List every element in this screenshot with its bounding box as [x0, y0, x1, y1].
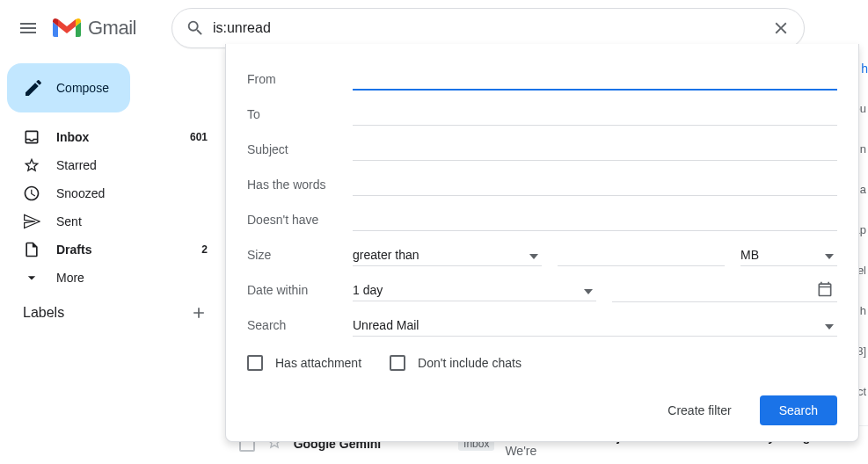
checkbox-row: Has attachment Don't include chats: [247, 343, 837, 380]
chevron-down-icon: [584, 283, 593, 297]
search-bar: [171, 8, 805, 48]
exclude-chats-checkbox[interactable]: Don't include chats: [390, 355, 522, 371]
has-words-input[interactable]: [353, 174, 837, 196]
size-unit-dropdown[interactable]: MB: [740, 244, 837, 266]
nav-count: 2: [201, 243, 208, 256]
close-icon: [771, 18, 791, 38]
file-icon: [23, 241, 40, 258]
to-row: To: [247, 97, 837, 132]
nav-label: Drafts: [56, 243, 91, 257]
chevron-down-icon: [825, 248, 834, 262]
doesnt-have-row: Doesn't have: [247, 202, 837, 237]
sidebar-item-drafts[interactable]: Drafts 2: [0, 236, 218, 264]
exclude-chats-label: Don't include chats: [418, 356, 522, 370]
size-value-input[interactable]: [558, 244, 726, 266]
star-icon: [23, 156, 40, 174]
from-row: From: [247, 62, 837, 97]
date-picker-button[interactable]: [612, 279, 838, 302]
nav-label: Starred: [56, 158, 97, 172]
sidebar: Compose Inbox 601 Starred Snoozed Sent D…: [0, 56, 225, 330]
nav-label: More: [56, 271, 84, 285]
date-range-dropdown[interactable]: 1 day: [353, 279, 596, 301]
search-scope-value: Unread Mail: [353, 318, 419, 332]
sidebar-item-more[interactable]: More: [0, 264, 218, 292]
doesnt-have-input[interactable]: [353, 209, 837, 231]
search-scope-row: Search Unread Mail: [247, 308, 837, 343]
sidebar-item-sent[interactable]: Sent: [0, 207, 218, 236]
size-comparator-value: greater than: [353, 248, 419, 262]
size-comparator-dropdown[interactable]: greater than: [353, 244, 542, 266]
date-row: Date within 1 day: [247, 272, 837, 308]
search-clear-button[interactable]: [763, 11, 799, 46]
doesnt-have-label: Doesn't have: [247, 213, 353, 227]
labels-section-header: Labels: [0, 292, 225, 323]
gmail-text: Gmail: [88, 17, 136, 40]
search-button[interactable]: Search: [760, 395, 837, 425]
size-label: Size: [247, 248, 353, 262]
has-attachment-checkbox[interactable]: Has attachment: [247, 355, 361, 371]
checkbox-icon: [247, 355, 263, 371]
nav-list: Inbox 601 Starred Snoozed Sent Drafts 2 …: [0, 123, 225, 292]
date-range-value: 1 day: [353, 283, 383, 297]
sidebar-item-snoozed[interactable]: Snoozed: [0, 179, 218, 207]
has-words-label: Has the words: [247, 178, 353, 192]
subject-label: Subject: [247, 142, 353, 156]
compose-button[interactable]: Compose: [7, 63, 130, 112]
sidebar-item-starred[interactable]: Starred: [0, 151, 218, 179]
checkbox-icon: [390, 355, 405, 371]
search-icon: [186, 18, 205, 38]
calendar-icon: [816, 280, 834, 298]
subject-input[interactable]: [353, 139, 837, 161]
chevron-down-icon: [825, 318, 834, 332]
create-filter-button[interactable]: Create filter: [657, 396, 741, 424]
labels-header-text: Labels: [23, 305, 64, 321]
panel-actions: Create filter Search: [247, 380, 837, 425]
search-input[interactable]: [213, 20, 763, 36]
compose-label: Compose: [56, 81, 109, 95]
hamburger-icon: [18, 18, 39, 39]
size-row: Size greater than MB: [247, 237, 837, 272]
has-words-row: Has the words: [247, 167, 837, 202]
search-submit-button[interactable]: [178, 11, 213, 46]
plus-icon: [190, 304, 208, 322]
chevron-down-icon: [23, 269, 40, 286]
inbox-icon: [23, 128, 40, 146]
subject-row: Subject: [247, 132, 837, 167]
send-icon: [23, 213, 40, 230]
from-input[interactable]: [353, 68, 837, 91]
gmail-logo[interactable]: Gmail: [53, 17, 136, 40]
pencil-icon: [23, 77, 44, 98]
to-input[interactable]: [353, 104, 837, 126]
search-options-panel: From To Subject Has the words Doesn't ha…: [225, 44, 859, 442]
peek-text: h: [861, 62, 868, 76]
size-unit-value: MB: [740, 248, 759, 262]
nav-label: Snoozed: [56, 186, 105, 200]
nav-count: 601: [190, 131, 208, 143]
to-label: To: [247, 107, 353, 121]
search-scope-dropdown[interactable]: Unread Mail: [353, 315, 837, 337]
main-menu-button[interactable]: [7, 7, 49, 49]
gmail-logo-icon: [53, 18, 81, 39]
from-label: From: [247, 72, 353, 86]
nav-label: Inbox: [56, 130, 89, 144]
sidebar-item-inbox[interactable]: Inbox 601: [0, 123, 218, 151]
nav-label: Sent: [56, 214, 82, 228]
chevron-down-icon: [529, 248, 538, 262]
date-label: Date within: [247, 283, 353, 297]
search-scope-label: Search: [247, 318, 353, 332]
clock-icon: [23, 185, 40, 202]
has-attachment-label: Has attachment: [275, 356, 361, 370]
add-label-button[interactable]: [188, 302, 209, 323]
